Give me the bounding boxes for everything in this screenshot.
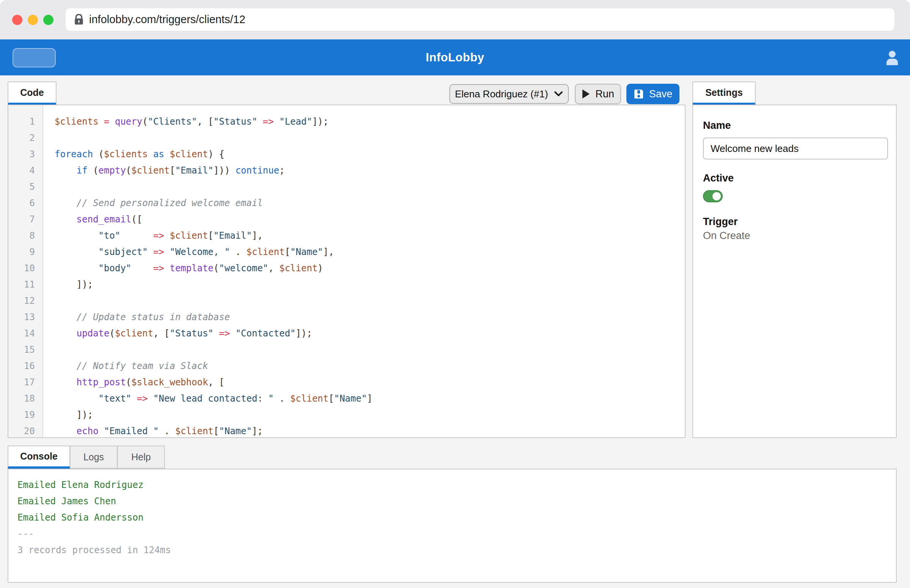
console-line: ---: [18, 526, 896, 542]
minimize-window-button[interactable]: [28, 15, 38, 25]
code-line: ]);: [55, 276, 685, 293]
url-text: infolobby.com/triggers/clients/12: [89, 13, 245, 26]
console-line: 3 records processed in 124ms: [18, 542, 896, 559]
console-output[interactable]: Emailed Elena RodriguezEmailed James Che…: [8, 468, 897, 583]
code-line: [55, 179, 685, 195]
line-number: 2: [8, 130, 42, 146]
settings-panel: Name Active Trigger On Create: [692, 105, 897, 438]
active-label: Active: [703, 172, 886, 184]
tab-settings[interactable]: Settings: [692, 81, 756, 105]
line-number: 5: [8, 179, 42, 195]
line-number: 14: [8, 325, 42, 342]
line-number: 12: [8, 293, 42, 309]
trigger-value: On Create: [703, 230, 886, 242]
tab-help-label: Help: [131, 452, 151, 463]
line-number: 13: [8, 309, 42, 325]
line-number: 15: [8, 342, 42, 358]
save-button-label: Save: [649, 88, 673, 100]
line-numbers: 1234567891011121314151617181920: [8, 105, 43, 437]
record-selector-dropdown[interactable]: Elena Rodriguez (#1): [449, 84, 569, 104]
line-number: 16: [8, 358, 42, 374]
line-number: 19: [8, 407, 42, 423]
name-label: Name: [703, 120, 886, 131]
code-line: // Send personalized welcome email: [55, 195, 685, 212]
code-line: http_post($slack_webhook, [: [55, 374, 685, 391]
code-line: $clients = query("Clients", ["Status" =>…: [55, 114, 685, 130]
code-line: "subject" => "Welcome, " . $client["Name…: [55, 244, 685, 260]
code-line: // Notify team via Slack: [55, 358, 685, 374]
code-line: echo "Emailed " . $client["Name"];: [55, 423, 685, 437]
lock-icon: [74, 14, 84, 25]
run-button[interactable]: Run: [575, 84, 621, 104]
line-number: 7: [8, 212, 42, 228]
save-icon: [633, 89, 644, 99]
address-bar[interactable]: infolobby.com/triggers/clients/12: [66, 8, 894, 31]
line-number: 17: [8, 374, 42, 391]
code-line: update($client, ["Status" => "Contacted"…: [55, 325, 685, 342]
code-lines[interactable]: $clients = query("Clients", ["Status" =>…: [43, 105, 685, 437]
play-icon: [581, 89, 590, 99]
line-number: 4: [8, 163, 42, 179]
line-number: 11: [8, 276, 42, 293]
console-line: Emailed Elena Rodriguez: [18, 477, 896, 493]
code-line: [55, 130, 685, 146]
code-line: send_email([: [55, 212, 685, 228]
line-number: 8: [8, 228, 42, 244]
line-number: 10: [8, 260, 42, 276]
code-line: "body" => template("welcome", $client): [55, 260, 685, 276]
tab-logs[interactable]: Logs: [70, 446, 118, 468]
record-selector-value: Elena Rodriguez (#1): [455, 88, 548, 100]
toggle-knob: [712, 192, 721, 200]
line-number: 3: [8, 146, 42, 163]
code-line: "to" => $client["Email"],: [55, 228, 685, 244]
line-number: 1: [8, 114, 42, 130]
tab-settings-label: Settings: [705, 87, 743, 98]
active-toggle[interactable]: [703, 190, 723, 202]
line-number: 6: [8, 195, 42, 212]
browser-window: infolobby.com/triggers/clients/12 InfoLo…: [0, 0, 910, 588]
code-line: ]);: [55, 407, 685, 423]
app-title: InfoLobby: [0, 39, 910, 75]
console-line: Emailed James Chen: [18, 493, 896, 510]
trigger-label: Trigger: [703, 216, 886, 228]
browser-chrome: infolobby.com/triggers/clients/12: [0, 0, 910, 39]
line-number: 9: [8, 244, 42, 260]
tab-code[interactable]: Code: [8, 81, 57, 105]
code-line: [55, 293, 685, 309]
name-input[interactable]: [703, 137, 888, 160]
line-number: 20: [8, 423, 42, 438]
code-line: [55, 342, 685, 358]
console-line: Emailed Sofia Andersson: [18, 510, 896, 526]
tab-logs-label: Logs: [83, 452, 104, 463]
line-number: 18: [8, 391, 42, 407]
tab-code-label: Code: [20, 87, 44, 98]
code-line: // Update status in database: [55, 309, 685, 325]
tab-console[interactable]: Console: [8, 446, 70, 468]
run-button-label: Run: [595, 88, 614, 100]
user-account-icon[interactable]: [885, 50, 899, 65]
close-window-button[interactable]: [12, 15, 23, 25]
zoom-window-button[interactable]: [43, 15, 53, 25]
tab-console-label: Console: [20, 451, 58, 462]
tab-help[interactable]: Help: [118, 446, 165, 468]
code-line: "text" => "New lead contacted: " . $clie…: [55, 391, 685, 407]
save-button[interactable]: Save: [627, 84, 680, 104]
chevron-down-icon: [554, 91, 563, 97]
code-line: if (empty($client["Email"])) continue;: [55, 163, 685, 179]
app-header: InfoLobby: [0, 39, 910, 75]
code-editor[interactable]: 1234567891011121314151617181920 $clients…: [8, 105, 685, 438]
code-line: foreach ($clients as $client) {: [55, 146, 685, 163]
